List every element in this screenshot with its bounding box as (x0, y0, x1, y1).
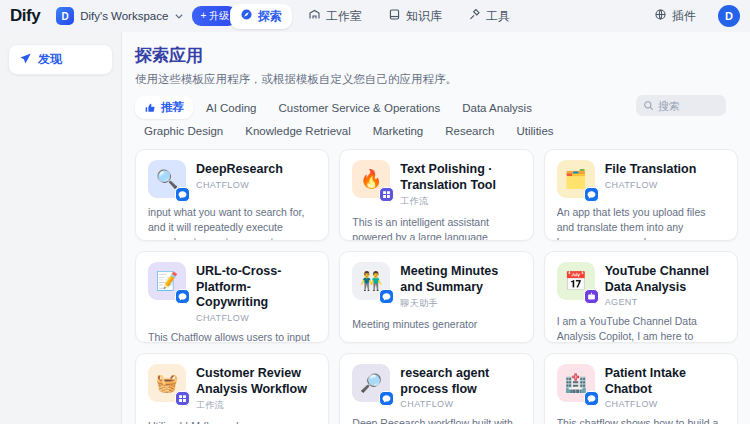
book-icon (388, 8, 401, 24)
nav-tabs: 探索 工作室 知识库 工具 (230, 4, 520, 29)
app-card-type: CHATFLOW (605, 180, 697, 190)
filter-tab-research[interactable]: Research (436, 121, 503, 141)
chat-badge-icon (584, 187, 599, 202)
tab-studio-label: 工作室 (326, 8, 362, 25)
explore-icon (240, 8, 253, 24)
filter-tab-label: AI Coding (206, 102, 257, 114)
chevron-down-icon (174, 11, 184, 21)
filter-tab-label: Customer Service & Operations (279, 102, 441, 114)
workspace-switcher[interactable]: D Dify's Workspace (56, 7, 184, 25)
app-card-type: 工作流 (400, 195, 520, 208)
workspace-name: Dify's Workspace (80, 10, 168, 22)
tab-explore-label: 探索 (258, 8, 282, 25)
tab-tools[interactable]: 工具 (458, 4, 520, 29)
page-subtitle: 使用这些模板应用程序，或根据模板自定义您自己的应用程序。 (135, 72, 738, 87)
tab-knowledge-label: 知识库 (406, 8, 442, 25)
tab-knowledge[interactable]: 知识库 (378, 4, 452, 29)
app-card[interactable]: 🏥 Patient Intake Chatbot CHATFLOW This c… (544, 353, 738, 424)
app-card[interactable]: 🔥 Text Polishing · Translation Tool 工作流 … (339, 149, 533, 241)
app-icon: 🧺 (148, 364, 186, 402)
app-icon: 🔥 (352, 160, 390, 198)
app-card-grid: 🔍 DeepResearch CHATFLOW input what you w… (135, 149, 738, 424)
app-card-description: An app that lets you upload files and tr… (557, 205, 725, 241)
app-icon: 👬 (352, 262, 390, 300)
filter-tab-label: Knowledge Retrieval (245, 125, 350, 137)
filter-tab-推荐[interactable]: 推荐 (135, 96, 193, 119)
sidebar-item-discover[interactable]: 发现 (8, 44, 113, 75)
filter-tab-label: Marketing (373, 125, 424, 137)
filter-tab-graphic-design[interactable]: Graphic Design (135, 121, 232, 141)
workflow-badge-icon (175, 391, 190, 406)
sidebar-item-discover-label: 发现 (38, 51, 62, 68)
app-card-description: This Chatflow allows users to input a UR… (148, 330, 316, 343)
studio-icon (308, 8, 321, 24)
app-card-description: This is an intelligent assistant powered… (352, 215, 520, 241)
app-card-title: DeepResearch (196, 162, 283, 178)
app-card-description: Meeting minutes generator (352, 317, 520, 332)
app-card-description: input what you want to search for, and i… (148, 205, 316, 241)
app-card-title: YouTube Channel Data Analysis (605, 264, 725, 295)
app-card-type: 聊天助手 (400, 297, 520, 310)
search-box[interactable] (636, 95, 726, 116)
filter-tab-label: Data Analysis (462, 102, 532, 114)
app-icon: 🏥 (557, 364, 595, 402)
chat-badge-icon (175, 187, 190, 202)
filter-tab-label: Graphic Design (144, 125, 223, 137)
chat-badge-icon (379, 289, 394, 304)
app-icon: 🔎 (352, 364, 390, 402)
chat-badge-icon (175, 289, 190, 304)
agent-badge-icon (584, 289, 599, 304)
app-card-title: Meeting Minutes and Summary (400, 264, 520, 295)
tab-studio[interactable]: 工作室 (298, 4, 372, 29)
app-card-type: CHATFLOW (400, 399, 520, 409)
app-card-title: research agent process flow (400, 366, 520, 397)
nav-right: 插件 D (644, 4, 740, 29)
app-card-type: CHATFLOW (605, 399, 725, 409)
dify-logo: Dify (10, 6, 40, 26)
search-input[interactable] (658, 100, 719, 112)
sidebar: 发现 (0, 32, 122, 424)
chat-badge-icon (379, 391, 394, 406)
plugins-button[interactable]: 插件 (644, 4, 706, 29)
filter-tabs: 推荐AI CodingCustomer Service & Operations… (135, 96, 640, 141)
app-card[interactable]: 📝 URL-to-Cross-Platform-Copywriting CHAT… (135, 251, 329, 343)
app-icon: 🗂️ (557, 160, 595, 198)
app-card-description: Utilize LLM (Large Language Models) to c… (148, 419, 316, 424)
filter-tab-marketing[interactable]: Marketing (364, 121, 433, 141)
search-icon (643, 100, 654, 111)
app-card-title: URL-to-Cross-Platform-Copywriting (196, 264, 316, 311)
user-avatar[interactable]: D (718, 5, 740, 27)
plugins-label: 插件 (672, 8, 696, 25)
plugins-icon (654, 8, 667, 24)
app-card[interactable]: 🔍 DeepResearch CHATFLOW input what you w… (135, 149, 329, 241)
filter-tab-customer-service-operations[interactable]: Customer Service & Operations (270, 96, 450, 119)
filter-tab-data-analysis[interactable]: Data Analysis (453, 96, 541, 119)
app-card-title: Text Polishing · Translation Tool (400, 162, 520, 193)
filter-tab-knowledge-retrieval[interactable]: Knowledge Retrieval (236, 121, 359, 141)
main-content: 探索应用 使用这些模板应用程序，或根据模板自定义您自己的应用程序。 推荐AI C… (122, 32, 750, 424)
filter-tab-label: Research (445, 125, 494, 137)
app-card[interactable]: 📅 YouTube Channel Data Analysis AGENT I … (544, 251, 738, 343)
thumbs-up-icon (144, 102, 156, 114)
app-icon: 🔍 (148, 160, 186, 198)
app-card[interactable]: 🔎 research agent process flow CHATFLOW D… (339, 353, 533, 424)
app-card-title: File Translation (605, 162, 697, 178)
hammer-icon (468, 8, 481, 24)
app-card-type: AGENT (605, 297, 725, 307)
app-card-type: 工作流 (196, 399, 316, 412)
app-card[interactable]: 🧺 Customer Review Analysis Workflow 工作流 … (135, 353, 329, 424)
filter-tab-utilities[interactable]: Utilities (507, 121, 562, 141)
app-card[interactable]: 👬 Meeting Minutes and Summary 聊天助手 Meeti… (339, 251, 533, 343)
app-card-title: Patient Intake Chatbot (605, 366, 725, 397)
chat-badge-icon (584, 391, 599, 406)
tab-tools-label: 工具 (486, 8, 510, 25)
tab-explore[interactable]: 探索 (230, 4, 292, 29)
workflow-badge-icon (379, 187, 394, 202)
filter-tab-label: Utilities (516, 125, 553, 137)
filter-tab-ai-coding[interactable]: AI Coding (197, 96, 266, 119)
page-body: 发现 探索应用 使用这些模板应用程序，或根据模板自定义您自己的应用程序。 推荐A… (0, 32, 750, 424)
filter-tab-label: 推荐 (161, 100, 184, 115)
app-card[interactable]: 🗂️ File Translation CHATFLOW An app that… (544, 149, 738, 241)
app-card-description: This chatflow shows how to build a custo… (557, 416, 725, 424)
top-navbar: Dify D Dify's Workspace + 升级 探索 工作室 知识库 (0, 0, 750, 32)
